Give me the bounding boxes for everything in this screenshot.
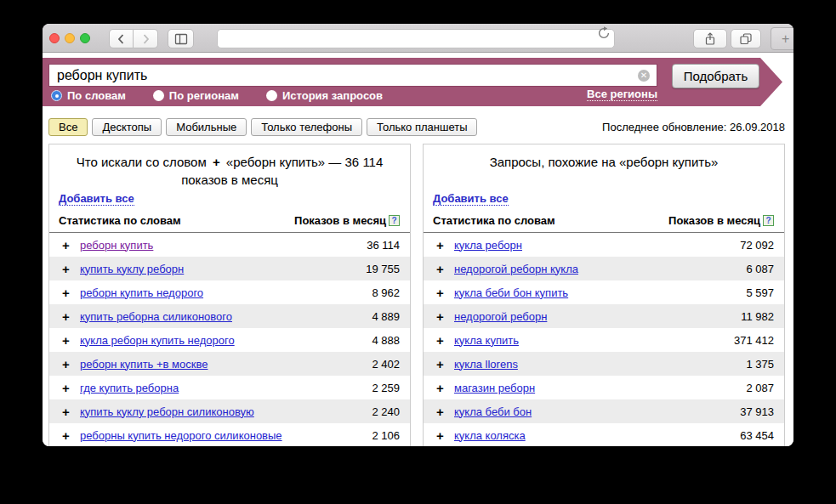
add-term-button[interactable]: + xyxy=(436,381,454,395)
table-row: + реборны купить недорого силиконовые 2 … xyxy=(49,423,410,446)
table-row: + купить реборна силиконового 4 889 xyxy=(49,304,410,328)
term-value: 2 087 xyxy=(746,382,774,394)
add-term-button[interactable]: + xyxy=(436,357,454,371)
table-row: + кукла беби бон 37 913 xyxy=(424,399,784,423)
right-panel-title: Запросы, похожие на «реборн купить» xyxy=(424,153,784,190)
term-value: 11 982 xyxy=(741,310,774,323)
term-link[interactable]: реборны купить недорого силиконовые xyxy=(80,429,282,442)
add-term-button[interactable]: + xyxy=(62,333,80,348)
term-link[interactable]: недорогой реборн кукла xyxy=(454,263,578,275)
table-row: + кукла коляска 63 454 xyxy=(424,423,784,446)
new-tab-button[interactable]: + xyxy=(771,27,793,50)
tab-tablets-only[interactable]: Только планшеты xyxy=(367,118,477,136)
sidebar-toggle-button[interactable] xyxy=(168,29,194,48)
tab-mobile[interactable]: Мобильные xyxy=(166,118,247,136)
table-row: + магазин реборн 2 087 xyxy=(424,376,784,399)
term-value: 1 375 xyxy=(746,358,774,371)
term-link[interactable]: где купить реборна xyxy=(80,382,179,394)
add-term-button[interactable]: + xyxy=(62,262,80,276)
table-row: + где купить реборна 2 259 xyxy=(49,376,410,399)
search-band: ✕ Подобрать По словам По регионам Истори… xyxy=(43,58,782,106)
term-link[interactable]: реборн купить xyxy=(80,239,153,252)
mode-by-regions[interactable]: По регионам xyxy=(153,89,239,102)
tab-overview-button[interactable] xyxy=(731,29,761,48)
term-link[interactable]: кукла реборн xyxy=(454,239,522,252)
share-button[interactable] xyxy=(693,29,727,48)
browser-titlebar: + xyxy=(43,24,793,53)
add-all-link[interactable]: Добавить все xyxy=(59,192,134,206)
minimize-window-button[interactable] xyxy=(65,33,75,43)
tab-phones-only[interactable]: Только телефоны xyxy=(251,118,362,136)
results-panels: Что искали со словом + «реборн купить» —… xyxy=(43,144,793,446)
term-link[interactable]: купить куклу реборн xyxy=(80,263,184,275)
table-row: + недорогой реборн кукла 6 087 xyxy=(424,257,784,280)
radio-icon xyxy=(266,90,277,101)
radio-selected-icon xyxy=(51,90,62,101)
submit-button[interactable]: Подобрать xyxy=(672,64,759,88)
add-term-button[interactable]: + xyxy=(62,405,80,419)
add-term-button[interactable]: + xyxy=(62,286,80,300)
mode-by-words[interactable]: По словам xyxy=(51,89,126,102)
add-term-button[interactable]: + xyxy=(62,428,80,443)
share-icon xyxy=(703,31,717,47)
term-link[interactable]: кукла коляска xyxy=(454,429,526,442)
clear-input-icon[interactable]: ✕ xyxy=(638,70,650,82)
column-term-header: Статистика по словам xyxy=(433,214,555,227)
tab-desktops[interactable]: Десктопы xyxy=(92,118,162,136)
term-value: 5 597 xyxy=(746,286,774,299)
term-link[interactable]: реборн купить недорого xyxy=(80,286,203,299)
table-row: + кукла беби бон купить 5 597 xyxy=(424,280,784,304)
add-term-button[interactable]: + xyxy=(436,238,454,252)
tab-all[interactable]: Все xyxy=(48,118,88,136)
zoom-window-button[interactable] xyxy=(80,33,90,43)
add-term-button[interactable]: + xyxy=(436,286,454,300)
forward-button[interactable] xyxy=(134,29,158,48)
wordstat-page: ✕ Подобрать По словам По регионам Истори… xyxy=(43,58,793,446)
address-bar[interactable] xyxy=(217,29,615,48)
term-link[interactable]: кукла реборн купить недорого xyxy=(80,334,235,347)
table-row: + кукла реборн 72 092 xyxy=(424,233,784,257)
term-link[interactable]: кукла llorens xyxy=(454,358,518,371)
back-button[interactable] xyxy=(109,29,134,48)
title-text: Что искали со словом xyxy=(77,155,207,169)
mode-label: История запросов xyxy=(282,89,383,102)
term-link[interactable]: кукла беби бон купить xyxy=(454,286,568,299)
search-input[interactable] xyxy=(48,64,657,87)
add-term-button[interactable]: + xyxy=(436,262,454,276)
add-term-button[interactable]: + xyxy=(436,428,454,443)
mode-label: По регионам xyxy=(169,89,239,102)
term-link[interactable]: магазин реборн xyxy=(454,382,535,394)
help-icon[interactable]: ? xyxy=(389,215,400,226)
term-value: 8 962 xyxy=(372,286,400,299)
add-term-button[interactable]: + xyxy=(62,381,80,395)
last-update-text: Последнее обновление: 26.09.2018 xyxy=(602,121,788,133)
table-row: + кукла llorens 1 375 xyxy=(424,352,784,376)
add-all-link[interactable]: Добавить все xyxy=(433,192,509,206)
add-term-button[interactable]: + xyxy=(436,405,454,419)
term-value: 2 240 xyxy=(372,405,400,418)
help-icon[interactable]: ? xyxy=(763,215,774,226)
term-link[interactable]: кукла купить xyxy=(454,334,519,347)
add-term-button[interactable]: + xyxy=(62,309,80,324)
all-regions-link[interactable]: Все регионы xyxy=(587,88,657,101)
column-value-header: Показов в месяц ? xyxy=(668,214,774,227)
term-value: 72 092 xyxy=(740,239,774,252)
search-modes: По словам По регионам История запросов xyxy=(51,89,410,102)
term-link[interactable]: купить реборна силиконового xyxy=(80,310,232,323)
mode-query-history[interactable]: История запросов xyxy=(266,89,383,102)
term-link[interactable]: недорогой реборн xyxy=(454,310,547,323)
reload-icon[interactable] xyxy=(597,26,611,40)
add-term-button[interactable]: + xyxy=(62,357,80,371)
term-value: 2 106 xyxy=(372,429,400,442)
term-link[interactable]: купить куклу реборн силиконовую xyxy=(80,405,254,418)
right-results-panel: Запросы, похожие на «реборн купить» Доба… xyxy=(423,144,785,446)
add-term-button[interactable]: + xyxy=(436,309,454,324)
term-link[interactable]: реборн купить +в москве xyxy=(80,358,208,371)
column-value-header: Показов в месяц ? xyxy=(294,214,400,227)
table-row: + кукла реборн купить недорого 4 888 xyxy=(49,328,410,352)
add-term-button[interactable]: + xyxy=(436,333,454,348)
device-tabs-row: Все Десктопы Мобильные Только телефоны Т… xyxy=(43,118,793,136)
term-link[interactable]: кукла беби бон xyxy=(454,405,532,418)
close-window-button[interactable] xyxy=(49,33,60,43)
add-term-button[interactable]: + xyxy=(62,238,80,252)
